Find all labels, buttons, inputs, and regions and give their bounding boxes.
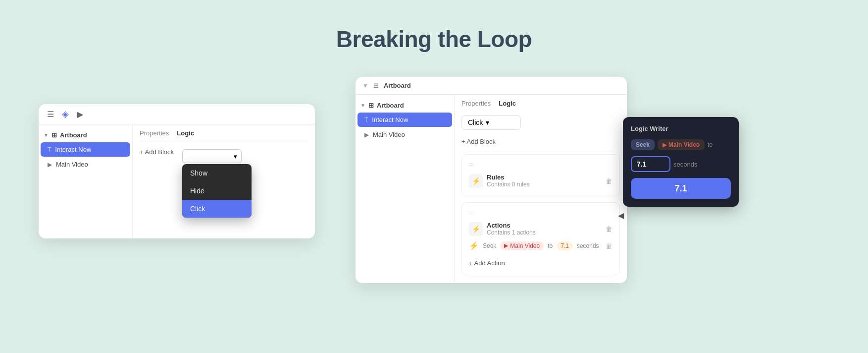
left-interact-now-label: Interact Now: [55, 146, 91, 153]
left-artboard-label: Artboard: [60, 131, 87, 139]
right-grid-header-icon: ⊞: [368, 102, 374, 109]
rules-delete-icon[interactable]: 🗑: [606, 177, 613, 185]
trigger-select[interactable]: Click ▾: [461, 115, 521, 130]
right-sidebar: ▼ ⊞ Artboard T Interact Now ▶ Main Video: [356, 95, 455, 283]
left-panel: ☰ ◈ ▶ ▼ ⊞ Artboard T Interact Now ▶ Main…: [39, 104, 315, 238]
dropdown-arrow-icon: ▾: [234, 153, 237, 160]
right-grid-icon: ⊞: [373, 82, 379, 89]
lw-input-row: seconds: [631, 156, 731, 172]
right-add-block-button[interactable]: + Add Block: [461, 136, 620, 147]
action-value: 7.1: [557, 241, 573, 250]
right-main-video-label: Main Video: [373, 131, 405, 138]
add-action-button[interactable]: + Add Action: [469, 257, 613, 269]
dropdown-item-show[interactable]: Show: [182, 164, 252, 182]
seek-label: Seek: [483, 242, 496, 249]
actions-title: Actions: [487, 222, 536, 229]
dropdown-item-hide[interactable]: Hide: [182, 182, 252, 200]
action-to-label: to: [548, 242, 553, 249]
right-toolbar: ▼ ⊞ Artboard: [356, 77, 627, 95]
left-artboard-header: ▼ ⊞ Artboard: [39, 128, 132, 142]
menu-icon[interactable]: ☰: [46, 109, 55, 119]
right-interact-now-label: Interact Now: [372, 116, 408, 123]
left-tab-properties[interactable]: Properties: [140, 129, 169, 137]
lw-value-bar: 7.1: [631, 178, 731, 199]
page-title: Breaking the Loop: [0, 0, 868, 53]
left-tabs: Properties Logic: [140, 129, 308, 141]
video-icon[interactable]: ▶: [75, 109, 85, 119]
lw-unit-label: seconds: [673, 161, 697, 168]
right-video-item-icon: ▶: [364, 131, 369, 138]
dropdown-item-click[interactable]: Click: [182, 200, 252, 218]
lw-target-video-icon: ▶: [663, 142, 666, 148]
lw-seek-pill: Seek: [631, 139, 655, 150]
rules-icon: ⚡: [469, 174, 483, 188]
right-sidebar-item-interact-now[interactable]: T Interact Now: [357, 113, 452, 127]
left-sidebar: ▼ ⊞ Artboard T Interact Now ▶ Main Video: [39, 124, 133, 238]
logic-writer-panel: Logic Writer Seek ▶ Main Video to second…: [623, 117, 739, 207]
rules-block-info: Rules Contains 0 rules: [487, 174, 530, 188]
trigger-row: Click ▾: [461, 115, 620, 130]
dropdown-menu: Show Hide Click: [182, 164, 252, 218]
right-artboard-label: Artboard: [384, 82, 411, 89]
right-arrow-icon: ▼: [362, 82, 368, 89]
target-label: Main Video: [510, 242, 540, 249]
dropdown-container: ▾ Show Hide Click: [182, 149, 242, 163]
logic-writer-title: Logic Writer: [631, 125, 731, 132]
right-sidebar-item-main-video[interactable]: ▶ Main Video: [357, 127, 452, 142]
actions-delete-icon[interactable]: 🗑: [606, 225, 613, 233]
actions-block: = ⚡ Actions Contains 1 actions 🗑 ⚡ Seek: [461, 202, 620, 275]
right-artboard-header-label: Artboard: [377, 102, 404, 109]
left-sidebar-item-interact-now[interactable]: T Interact Now: [41, 142, 130, 157]
left-main-video-label: Main Video: [56, 161, 88, 168]
right-main-content: Properties Logic Click ▾ + Add Block = ⚡: [455, 95, 627, 283]
left-grid-icon: ⊞: [51, 131, 57, 139]
connector-arrow: ◀: [618, 211, 628, 221]
rules-block: = ⚡ Rules Contains 0 rules 🗑: [461, 154, 620, 196]
dropdown-trigger[interactable]: ▾: [182, 149, 242, 163]
action-delete-icon[interactable]: 🗑: [606, 242, 613, 250]
trigger-arrow-icon: ▾: [486, 118, 489, 126]
rules-block-left: ⚡ Rules Contains 0 rules: [469, 174, 530, 188]
left-sidebar-item-main-video[interactable]: ▶ Main Video: [41, 157, 130, 172]
rules-block-header: ⚡ Rules Contains 0 rules 🗑: [469, 174, 613, 188]
target-video-icon: ▶: [504, 242, 508, 249]
action-icon: ⚡: [469, 241, 479, 250]
lw-seek-row: Seek ▶ Main Video to: [631, 139, 731, 150]
actions-block-info: Actions Contains 1 actions: [487, 222, 536, 236]
action-unit: seconds: [577, 242, 599, 249]
right-tab-properties[interactable]: Properties: [461, 100, 491, 107]
layers-icon[interactable]: ◈: [60, 109, 70, 119]
right-text-icon: T: [364, 117, 368, 123]
right-tab-logic[interactable]: Logic: [499, 100, 516, 107]
actions-block-left: ⚡ Actions Contains 1 actions: [469, 222, 536, 236]
right-tabs: Properties Logic: [461, 100, 620, 111]
left-tab-logic[interactable]: Logic: [177, 129, 194, 137]
text-icon: T: [48, 146, 51, 153]
lw-target-label: Main Video: [668, 141, 700, 148]
trigger-label: Click: [468, 118, 483, 126]
rules-title: Rules: [487, 174, 530, 181]
lw-target-pill: ▶ Main Video: [658, 139, 705, 150]
rules-subtitle: Contains 0 rules: [487, 181, 530, 188]
action-target: ▶ Main Video: [500, 241, 544, 250]
actions-subtitle: Contains 1 actions: [487, 229, 536, 236]
right-panel-body: ▼ ⊞ Artboard T Interact Now ▶ Main Video…: [356, 95, 627, 283]
left-panel-content: ▼ ⊞ Artboard T Interact Now ▶ Main Video…: [39, 124, 315, 238]
action-item-seek: ⚡ Seek ▶ Main Video to 7.1 seconds 🗑: [469, 238, 613, 253]
rules-drag-handle[interactable]: =: [469, 161, 613, 170]
actions-icon: ⚡: [469, 222, 483, 236]
left-panel-main: Properties Logic + Add Block ▾ Show Hide: [133, 124, 315, 238]
artboard-arrow-icon: ▼: [44, 132, 49, 138]
lw-value-input[interactable]: [631, 156, 670, 172]
video-item-icon: ▶: [48, 161, 52, 168]
lw-to-label: to: [708, 141, 713, 148]
actions-block-header: ⚡ Actions Contains 1 actions 🗑: [469, 222, 613, 236]
right-artboard-header: ▼ ⊞ Artboard: [356, 99, 454, 112]
right-panel: ▼ ⊞ Artboard ▼ ⊞ Artboard T Interact Now…: [356, 77, 627, 283]
left-toolbar: ☰ ◈ ▶: [39, 104, 315, 124]
actions-drag-handle[interactable]: =: [469, 209, 613, 218]
right-artboard-arrow: ▼: [360, 103, 365, 108]
